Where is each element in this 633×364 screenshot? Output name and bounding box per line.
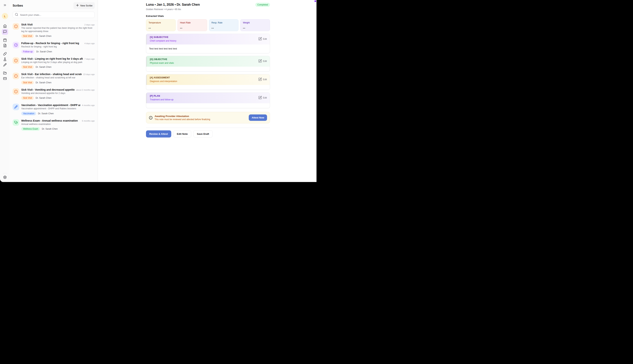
vital-label: Resp. Rate [212, 22, 236, 24]
new-scribe-button[interactable]: New Scribe [74, 2, 95, 9]
alert-circle-icon [13, 73, 19, 79]
edit-button[interactable]: Edit [258, 36, 267, 42]
note-panel: Luna • Jan 1, 2026 • Dr. Sarah Chen Comp… [98, 0, 316, 182]
sidebar-item-calendar[interactable] [2, 38, 8, 43]
attest-now-button[interactable]: Attest Now [249, 114, 267, 121]
new-scribe-label: New Scribe [80, 4, 92, 7]
chat-list-item[interactable]: Vaccination - Vaccination appointment - … [13, 104, 95, 115]
edit-pencil-icon [258, 78, 262, 82]
file-text-icon [3, 44, 7, 48]
sidebar-item-records[interactable] [2, 70, 8, 76]
rail-divider [2, 69, 7, 69]
vitals-grid: Temperature -- Heart Rate -- Resp. Rate … [146, 19, 270, 31]
sidebar-item-billing[interactable] [2, 76, 8, 82]
rail-divider [2, 50, 7, 50]
vital-card-heart-rate: Heart Rate -- [178, 19, 207, 31]
avatar[interactable]: L [2, 13, 8, 19]
chat-description: Vaccination appointment - DHPP and Rabie… [21, 107, 95, 110]
soap-section-subjective: [S] SUBJECTIVE Chief complaint and histo… [146, 34, 270, 53]
doctor-name: Dr. Sarah Chen [36, 50, 52, 53]
section-body [146, 103, 270, 108]
edit-button[interactable]: Edit [258, 77, 267, 82]
chat-title: Vaccination - Vaccination appointment - … [21, 104, 80, 106]
notification-dot [314, 0, 316, 2]
section-title: [A] ASSESSMENT [150, 76, 177, 79]
chat-title: Sick Visit - Limping on right front leg … [21, 57, 83, 60]
doctor-name: Dr. Sarah Chen [36, 66, 51, 68]
alert-circle-icon [13, 23, 19, 30]
chat-list-item[interactable]: Follow-up - Recheck for limping - right … [13, 42, 95, 54]
section-body [146, 67, 270, 72]
soap-section-plan: [P] PLAN Treatment and follow-up Edit [146, 92, 270, 108]
vital-label: Temperature [148, 22, 173, 24]
attestation-banner: Awaiting Provider Attestation This note … [146, 112, 270, 124]
soap-section-objective: [O] OBJECTIVE Physical exam and vitals E… [146, 56, 270, 72]
sidebar-item-vaccines[interactable] [2, 62, 8, 68]
message-square-icon [3, 30, 7, 34]
chat-list-item[interactable]: Sick Visit - Ear infection - shaking hea… [13, 73, 95, 84]
expand-sidebar-button[interactable] [2, 2, 8, 8]
sidebar-item-home[interactable] [2, 24, 8, 29]
edit-pencil-icon [258, 59, 262, 63]
chat-list-item[interactable]: Sick Visit2 days ago The owner reported … [13, 23, 95, 38]
review-attest-button[interactable]: Review & Attest [146, 130, 171, 138]
section-title: [S] SUBJECTIVE [150, 36, 176, 38]
sidebar-item-chats[interactable] [2, 29, 8, 35]
doctor-name: Dr. Sarah Chen [36, 35, 51, 37]
visit-type-badge: Vaccination [21, 112, 36, 115]
chat-list: Sick Visit2 days ago The owner reported … [10, 21, 98, 182]
pill-icon [3, 52, 7, 56]
gear-icon [3, 176, 7, 180]
edit-pencil-icon [258, 96, 262, 100]
edit-note-button[interactable]: Edit Note [174, 130, 191, 138]
sidebar-item-notes[interactable] [2, 43, 8, 48]
chat-description: The owner reported that the patient has … [21, 26, 95, 33]
settings-button[interactable] [2, 175, 8, 180]
visit-type-badge: Sick Visit [21, 65, 34, 69]
alert-circle-icon [13, 57, 19, 64]
visit-type-badge: Follow-up [21, 50, 34, 54]
vital-value: -- [243, 26, 268, 30]
doctor-name: Dr. Sarah Chen [36, 81, 51, 84]
chevrons-right-icon [3, 3, 7, 8]
section-subtitle: Diagnosis and interpretation [150, 80, 177, 82]
search-bar[interactable] [13, 12, 95, 18]
chat-timestamp: 6 months ago [82, 120, 95, 122]
chat-timestamp: 4 days ago [84, 42, 95, 44]
chat-list-item[interactable]: Wellness Exam - Annual wellness examinat… [13, 119, 95, 131]
save-draft-button[interactable]: Save Draft [194, 130, 213, 138]
page-title: Luna • Jan 1, 2026 • Dr. Sarah Chen [146, 3, 200, 6]
doctor-name: Dr. Sarah Chen [36, 97, 51, 99]
chat-list-item[interactable]: Sick Visit - Limping on right front leg … [13, 57, 95, 69]
section-subtitle: Chief complaint and history [150, 40, 176, 42]
search-input[interactable] [20, 13, 92, 16]
app-window: L Scribes New Scribe [0, 0, 316, 182]
chat-timestamp: 2 days ago [84, 24, 95, 26]
attestation-title: Awaiting Provider Attestation [154, 115, 210, 118]
plus-icon [76, 4, 79, 8]
chat-list-item[interactable]: Sick Visit - Vomiting and decreased appe… [13, 88, 95, 100]
edit-button[interactable]: Edit [258, 96, 267, 100]
vital-value: -- [148, 26, 173, 30]
section-body: Test test test test test test [146, 44, 270, 53]
chat-description: Recheck for limping - right front leg [21, 45, 95, 48]
edit-label: Edit [263, 78, 267, 81]
chat-description: Limping on right front leg for 3 days af… [21, 61, 95, 64]
folder-open-icon [3, 71, 7, 76]
chats-panel: Scribes New Scribe Sick Visit2 days ago … [10, 0, 98, 182]
edit-button[interactable]: Edit [258, 59, 267, 64]
vital-label: Weight [243, 22, 268, 24]
sidebar-item-lab[interactable] [2, 57, 8, 62]
soap-section-assessment: [A] ASSESSMENT Diagnosis and interpretat… [146, 74, 270, 90]
divider [146, 128, 270, 128]
sidebar-item-medications[interactable] [2, 51, 8, 57]
section-subtitle: Treatment and follow-up [150, 98, 174, 101]
vital-card-weight: Weight -- [240, 19, 270, 31]
chat-title: Follow-up - Recheck for limping - right … [21, 42, 79, 45]
check-circle-icon [13, 42, 19, 48]
visit-type-badge: Sick Visit [21, 34, 34, 38]
chat-title: Sick Visit - Ear infection - shaking hea… [21, 73, 82, 76]
vital-value: -- [212, 26, 236, 30]
chat-timestamp: 4 months ago [82, 104, 95, 106]
section-body [146, 85, 270, 90]
